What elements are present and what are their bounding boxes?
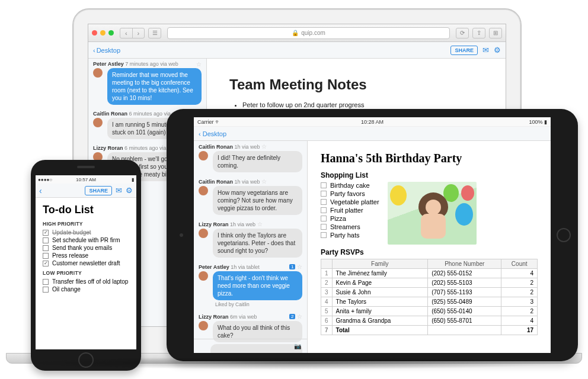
checklist-item[interactable]: Oil change [43, 286, 129, 293]
checkbox[interactable] [43, 279, 49, 285]
checkbox[interactable]: ✓ [43, 261, 49, 266]
tabs-icon[interactable]: ⊞ [489, 28, 502, 38]
share-button[interactable]: SHARE [85, 186, 112, 195]
nav-forward-icon[interactable]: › [133, 28, 145, 38]
table-header-cell[interactable]: Family [332, 259, 428, 269]
checkbox[interactable] [321, 232, 327, 238]
checkbox[interactable] [321, 182, 327, 188]
chat-icon[interactable]: ✉ [116, 186, 122, 195]
checklist-item[interactable]: Fruit platter [321, 207, 379, 214]
checkbox[interactable] [43, 237, 49, 243]
table-row[interactable]: 6Grandma & Grandpa(650) 555-87014 [321, 316, 538, 326]
item-label: Fruit platter [330, 207, 363, 214]
share-sheet-icon[interactable]: ⇪ [472, 28, 485, 38]
document-area[interactable]: Hanna's 5th Birthday Party Shopping List… [308, 141, 551, 353]
reaction-count: 1 [289, 264, 295, 269]
tablet-home-button[interactable] [557, 228, 571, 242]
tablet-camera [180, 233, 183, 237]
table-header-cell[interactable] [321, 259, 333, 269]
star-icon[interactable]: ☆ [261, 178, 267, 185]
phone-speaker [77, 166, 95, 168]
chat-message[interactable]: Lizzy Roran 1h via web ☆I think only the… [194, 219, 307, 261]
message-bubble: I did! They are definitely coming. [213, 151, 302, 172]
checkbox[interactable] [321, 216, 327, 221]
checklist-item[interactable]: Vegetable platter [321, 198, 379, 205]
checklist-item[interactable]: ✓Customer newsletter draft [43, 260, 129, 266]
table-header-cell[interactable]: Phone Number [428, 259, 501, 269]
phone-device: ●●●●○ 10:57 AM ▮ ‹ SHARE ✉ ⚙ To-do List … [31, 160, 141, 371]
checkbox[interactable]: ✓ [43, 230, 49, 236]
back-button[interactable]: ‹ [39, 186, 42, 195]
table-row[interactable]: 4The Taylors(925) 555-04893 [321, 297, 538, 307]
avatar [93, 118, 103, 127]
checklist-item[interactable]: Transfer files off of old laptop [43, 278, 129, 285]
browser-toolbar: ‹ › ☰ 🔒 quip.com ⟳ ⇪ ⊞ [88, 24, 506, 42]
gear-icon[interactable]: ⚙ [494, 46, 501, 54]
star-icon[interactable]: ☆ [261, 143, 267, 150]
chat-message[interactable]: Peter Astley 1h via tablet1 ☆That's righ… [194, 261, 307, 311]
table-row[interactable]: 5Anita + family(650) 555-01402 [321, 307, 538, 316]
checklist-item[interactable]: Press release [43, 252, 129, 259]
gear-icon[interactable]: ⚙ [126, 186, 133, 195]
item-label: Party hats [330, 232, 360, 239]
tablet-status-bar: Carrier ᯤ 10:28 AM 100% ▮ [194, 117, 551, 127]
checklist-item[interactable]: Party hats [321, 232, 379, 239]
checklist-item[interactable]: ✓Update budget [43, 229, 129, 236]
chat-sidebar: Caitlin Ronan 1h via web ☆I did! They ar… [194, 141, 308, 353]
item-label: Transfer files off of old laptop [52, 278, 128, 285]
shopping-heading: Shopping List [321, 171, 538, 179]
checkbox[interactable] [43, 287, 49, 293]
phone-app-header: ‹ SHARE ✉ ⚙ [36, 184, 136, 198]
window-traffic-lights[interactable] [92, 30, 114, 36]
status-time: 10:57 AM [36, 177, 136, 182]
checkbox[interactable] [321, 224, 327, 230]
star-icon[interactable]: ☆ [297, 264, 302, 270]
checkbox[interactable] [43, 253, 49, 259]
chat-message[interactable]: Peter Astley 7 minutes ago via web ☆Remi… [88, 59, 206, 108]
checklist-item[interactable]: Streamers [321, 223, 379, 230]
item-label: Pizza [330, 215, 346, 222]
liked-by-label: Liked by Caitlin [215, 301, 298, 307]
table-row[interactable]: 3Susie & John(707) 555-11932 [321, 288, 538, 297]
tablet-device: Carrier ᯤ 10:28 AM 100% ▮ ‹ Desktop Cait… [167, 109, 578, 361]
checklist-item[interactable]: Pizza [321, 215, 379, 222]
chat-message[interactable]: Caitlin Ronan 1h via web ☆I did! They ar… [194, 141, 307, 176]
sidebar-toggle-icon[interactable]: ☰ [148, 28, 161, 38]
item-label: Oil change [52, 286, 81, 293]
checklist-item[interactable]: Send thank you emails [43, 245, 129, 251]
table-header-cell[interactable]: Count [501, 259, 538, 269]
back-button[interactable]: ‹ Desktop [93, 47, 120, 54]
rsvp-table[interactable]: FamilyPhone NumberCount 1The Jiménez fam… [321, 259, 538, 335]
back-label: Desktop [97, 47, 120, 54]
star-icon[interactable]: ☆ [257, 221, 263, 227]
avatar [199, 151, 208, 160]
checkbox[interactable] [321, 191, 327, 197]
checklist-item[interactable]: Birthday cake [321, 182, 379, 189]
browser-nav-back-forward[interactable]: ‹ › [120, 28, 145, 38]
checkbox[interactable] [321, 199, 327, 205]
message-bubble: I think only the Taylors are vegetarians… [213, 229, 302, 258]
star-icon[interactable]: ☆ [196, 61, 202, 68]
star-icon[interactable]: ☆ [297, 313, 302, 320]
table-row[interactable]: 2Kevin & Page(202) 555-51032 [321, 278, 538, 288]
address-bar[interactable]: 🔒 quip.com [167, 27, 450, 39]
avatar [199, 186, 208, 195]
chevron-left-icon: ‹ [93, 47, 95, 54]
chat-message[interactable]: Caitlin Ronan 1h via web ☆How many veget… [194, 176, 307, 219]
nav-back-icon[interactable]: ‹ [120, 28, 133, 38]
item-label: Party favors [330, 190, 365, 197]
camera-icon[interactable]: 📷 [294, 343, 301, 349]
checklist-item[interactable]: Set schedule with PR firm [43, 237, 129, 243]
share-button[interactable]: SHARE [450, 46, 478, 55]
document-area[interactable]: To-do List HIGH PRIORITY✓Update budgetSe… [36, 198, 136, 300]
checkbox[interactable] [321, 207, 327, 213]
table-row[interactable]: 1The Jiménez family(202) 555-01524 [321, 269, 538, 278]
reload-icon[interactable]: ⟳ [456, 28, 469, 38]
shopping-list: Birthday cakeParty favorsVegetable platt… [321, 182, 379, 245]
chat-icon[interactable]: ✉ [482, 46, 489, 54]
checklist-item[interactable]: Party favors [321, 190, 379, 197]
checkbox[interactable] [43, 245, 49, 251]
party-photo [388, 182, 477, 245]
back-button[interactable]: ‹ Desktop [199, 130, 226, 137]
table-total-row: 7Total17 [321, 326, 538, 335]
